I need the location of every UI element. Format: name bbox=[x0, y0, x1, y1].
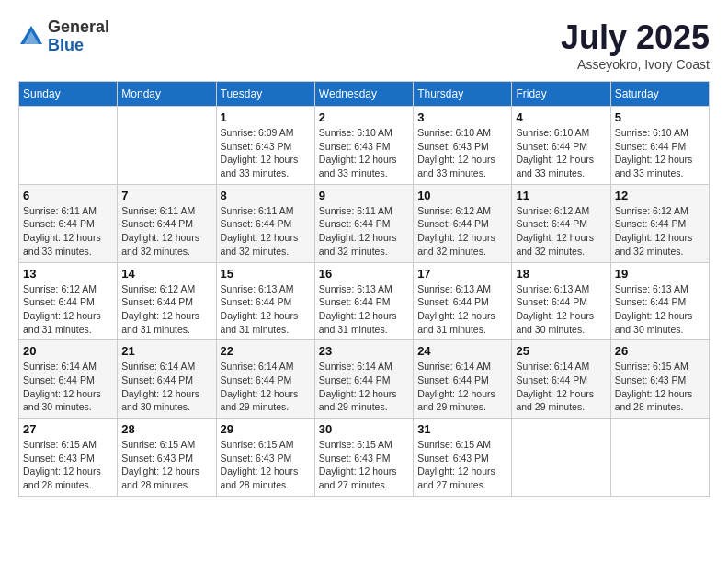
calendar-cell: 19Sunrise: 6:13 AMSunset: 6:44 PMDayligh… bbox=[610, 262, 709, 340]
calendar-cell: 23Sunrise: 6:14 AMSunset: 6:44 PMDayligh… bbox=[314, 340, 413, 419]
calendar-cell: 20Sunrise: 6:14 AMSunset: 6:44 PMDayligh… bbox=[19, 340, 118, 419]
day-number: 20 bbox=[23, 344, 113, 358]
day-number: 14 bbox=[121, 267, 211, 281]
day-detail: Sunrise: 6:12 AMSunset: 6:44 PMDaylight:… bbox=[23, 282, 113, 337]
day-detail: Sunrise: 6:14 AMSunset: 6:44 PMDaylight:… bbox=[319, 360, 409, 414]
day-detail: Sunrise: 6:12 AMSunset: 6:44 PMDaylight:… bbox=[121, 282, 211, 337]
calendar-cell bbox=[118, 107, 216, 185]
calendar-week-row: 13Sunrise: 6:12 AMSunset: 6:44 PMDayligh… bbox=[19, 262, 710, 340]
calendar-cell: 7Sunrise: 6:11 AMSunset: 6:44 PMDaylight… bbox=[118, 184, 216, 262]
day-header-tuesday: Tuesday bbox=[216, 82, 314, 107]
day-header-wednesday: Wednesday bbox=[314, 82, 413, 107]
day-number: 29 bbox=[221, 422, 311, 436]
page-header: General Blue July 2025 Asseyokro, Ivory … bbox=[18, 18, 710, 72]
day-number: 12 bbox=[615, 189, 705, 202]
calendar-week-row: 1Sunrise: 6:09 AMSunset: 6:43 PMDaylight… bbox=[19, 107, 710, 185]
calendar-cell: 27Sunrise: 6:15 AMSunset: 6:43 PMDayligh… bbox=[19, 419, 118, 497]
day-number: 30 bbox=[319, 422, 409, 436]
day-detail: Sunrise: 6:10 AMSunset: 6:43 PMDaylight:… bbox=[417, 126, 507, 180]
calendar-week-row: 6Sunrise: 6:11 AMSunset: 6:44 PMDaylight… bbox=[19, 184, 710, 262]
day-detail: Sunrise: 6:14 AMSunset: 6:44 PMDaylight:… bbox=[23, 360, 113, 414]
day-detail: Sunrise: 6:15 AMSunset: 6:43 PMDaylight:… bbox=[221, 438, 311, 492]
day-detail: Sunrise: 6:12 AMSunset: 6:44 PMDaylight:… bbox=[615, 204, 705, 259]
day-number: 24 bbox=[417, 344, 507, 358]
day-header-monday: Monday bbox=[118, 82, 216, 107]
calendar-header-row: SundayMondayTuesdayWednesdayThursdayFrid… bbox=[19, 82, 710, 107]
day-number: 2 bbox=[319, 110, 409, 124]
logo-general-text: General bbox=[48, 18, 109, 37]
day-detail: Sunrise: 6:13 AMSunset: 6:44 PMDaylight:… bbox=[516, 282, 606, 337]
day-number: 5 bbox=[615, 110, 705, 124]
calendar-week-row: 27Sunrise: 6:15 AMSunset: 6:43 PMDayligh… bbox=[19, 419, 710, 497]
day-detail: Sunrise: 6:11 AMSunset: 6:44 PMDaylight:… bbox=[319, 204, 409, 259]
calendar-cell bbox=[512, 419, 610, 497]
day-header-sunday: Sunday bbox=[19, 82, 118, 107]
calendar-cell: 10Sunrise: 6:12 AMSunset: 6:44 PMDayligh… bbox=[414, 184, 512, 262]
day-detail: Sunrise: 6:12 AMSunset: 6:44 PMDaylight:… bbox=[516, 204, 606, 259]
day-number: 1 bbox=[221, 110, 311, 124]
location-subtitle: Asseyokro, Ivory Coast bbox=[561, 57, 710, 72]
calendar-cell: 15Sunrise: 6:13 AMSunset: 6:44 PMDayligh… bbox=[216, 262, 314, 340]
day-number: 3 bbox=[417, 110, 507, 124]
calendar-cell: 14Sunrise: 6:12 AMSunset: 6:44 PMDayligh… bbox=[118, 262, 216, 340]
day-number: 22 bbox=[221, 344, 311, 358]
day-number: 27 bbox=[23, 422, 113, 436]
logo-blue-text: Blue bbox=[48, 37, 109, 55]
calendar-cell: 30Sunrise: 6:15 AMSunset: 6:43 PMDayligh… bbox=[314, 419, 413, 497]
day-number: 16 bbox=[319, 267, 409, 281]
day-number: 7 bbox=[121, 189, 211, 202]
calendar-cell: 6Sunrise: 6:11 AMSunset: 6:44 PMDaylight… bbox=[19, 184, 118, 262]
day-detail: Sunrise: 6:11 AMSunset: 6:44 PMDaylight:… bbox=[23, 204, 113, 259]
day-detail: Sunrise: 6:11 AMSunset: 6:44 PMDaylight:… bbox=[121, 204, 211, 259]
day-header-saturday: Saturday bbox=[610, 82, 709, 107]
day-number: 15 bbox=[221, 267, 311, 281]
day-detail: Sunrise: 6:15 AMSunset: 6:43 PMDaylight:… bbox=[417, 438, 507, 492]
calendar-cell: 12Sunrise: 6:12 AMSunset: 6:44 PMDayligh… bbox=[610, 184, 709, 262]
calendar-cell: 8Sunrise: 6:11 AMSunset: 6:44 PMDaylight… bbox=[216, 184, 314, 262]
day-number: 18 bbox=[516, 267, 606, 281]
day-detail: Sunrise: 6:14 AMSunset: 6:44 PMDaylight:… bbox=[516, 360, 606, 414]
calendar-cell: 9Sunrise: 6:11 AMSunset: 6:44 PMDaylight… bbox=[314, 184, 413, 262]
calendar-cell: 21Sunrise: 6:14 AMSunset: 6:44 PMDayligh… bbox=[118, 340, 216, 419]
day-number: 9 bbox=[319, 189, 409, 202]
calendar-cell: 28Sunrise: 6:15 AMSunset: 6:43 PMDayligh… bbox=[118, 419, 216, 497]
calendar-cell: 1Sunrise: 6:09 AMSunset: 6:43 PMDaylight… bbox=[216, 107, 314, 185]
calendar-cell: 16Sunrise: 6:13 AMSunset: 6:44 PMDayligh… bbox=[314, 262, 413, 340]
calendar-cell: 3Sunrise: 6:10 AMSunset: 6:43 PMDaylight… bbox=[414, 107, 512, 185]
calendar-cell: 22Sunrise: 6:14 AMSunset: 6:44 PMDayligh… bbox=[216, 340, 314, 419]
day-detail: Sunrise: 6:13 AMSunset: 6:44 PMDaylight:… bbox=[221, 282, 311, 337]
day-number: 28 bbox=[121, 422, 211, 436]
logo-icon bbox=[18, 24, 44, 50]
calendar-cell: 24Sunrise: 6:14 AMSunset: 6:44 PMDayligh… bbox=[414, 340, 512, 419]
day-number: 21 bbox=[121, 344, 211, 358]
day-detail: Sunrise: 6:10 AMSunset: 6:44 PMDaylight:… bbox=[516, 126, 606, 180]
calendar-cell bbox=[610, 419, 709, 497]
day-number: 31 bbox=[417, 422, 507, 436]
day-header-thursday: Thursday bbox=[414, 82, 512, 107]
calendar-cell: 25Sunrise: 6:14 AMSunset: 6:44 PMDayligh… bbox=[512, 340, 610, 419]
day-detail: Sunrise: 6:11 AMSunset: 6:44 PMDaylight:… bbox=[221, 204, 311, 259]
day-detail: Sunrise: 6:10 AMSunset: 6:43 PMDaylight:… bbox=[319, 126, 409, 180]
calendar-week-row: 20Sunrise: 6:14 AMSunset: 6:44 PMDayligh… bbox=[19, 340, 710, 419]
calendar-cell: 17Sunrise: 6:13 AMSunset: 6:44 PMDayligh… bbox=[414, 262, 512, 340]
day-number: 19 bbox=[615, 267, 705, 281]
day-detail: Sunrise: 6:13 AMSunset: 6:44 PMDaylight:… bbox=[417, 282, 507, 337]
day-detail: Sunrise: 6:15 AMSunset: 6:43 PMDaylight:… bbox=[23, 438, 113, 492]
day-detail: Sunrise: 6:10 AMSunset: 6:44 PMDaylight:… bbox=[615, 126, 705, 180]
day-detail: Sunrise: 6:15 AMSunset: 6:43 PMDaylight:… bbox=[319, 438, 409, 492]
day-number: 25 bbox=[516, 344, 606, 358]
calendar-cell: 4Sunrise: 6:10 AMSunset: 6:44 PMDaylight… bbox=[512, 107, 610, 185]
day-detail: Sunrise: 6:13 AMSunset: 6:44 PMDaylight:… bbox=[615, 282, 705, 337]
title-block: July 2025 Asseyokro, Ivory Coast bbox=[561, 18, 710, 72]
day-header-friday: Friday bbox=[512, 82, 610, 107]
day-detail: Sunrise: 6:12 AMSunset: 6:44 PMDaylight:… bbox=[417, 204, 507, 259]
calendar-cell: 29Sunrise: 6:15 AMSunset: 6:43 PMDayligh… bbox=[216, 419, 314, 497]
day-number: 6 bbox=[23, 189, 113, 202]
day-detail: Sunrise: 6:15 AMSunset: 6:43 PMDaylight:… bbox=[615, 360, 705, 414]
day-number: 23 bbox=[319, 344, 409, 358]
day-detail: Sunrise: 6:14 AMSunset: 6:44 PMDaylight:… bbox=[121, 360, 211, 414]
logo: General Blue bbox=[18, 18, 109, 55]
day-detail: Sunrise: 6:14 AMSunset: 6:44 PMDaylight:… bbox=[417, 360, 507, 414]
day-detail: Sunrise: 6:14 AMSunset: 6:44 PMDaylight:… bbox=[221, 360, 311, 414]
calendar-cell: 2Sunrise: 6:10 AMSunset: 6:43 PMDaylight… bbox=[314, 107, 413, 185]
